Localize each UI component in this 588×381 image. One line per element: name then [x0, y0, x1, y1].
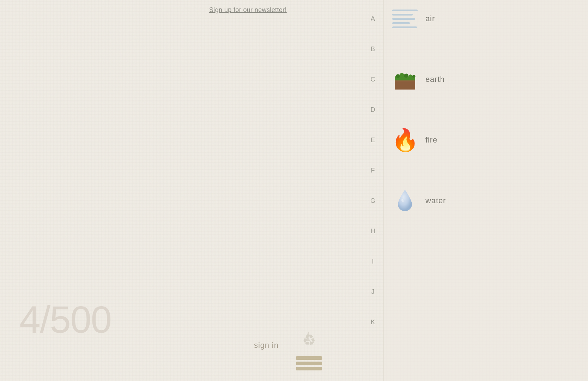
element-row-empty-k: [391, 307, 588, 337]
element-row-empty-j: [391, 277, 588, 307]
element-row-empty-f: [391, 155, 588, 186]
svg-rect-8: [395, 80, 415, 81]
air-icon: [391, 5, 419, 33]
element-row-empty-i: [391, 246, 588, 277]
element-row-empty-d: [391, 95, 588, 125]
air-label: air: [425, 14, 435, 23]
air-line-3: [392, 18, 415, 20]
svg-point-7: [412, 75, 416, 78]
svg-point-5: [404, 73, 408, 78]
fire-icon: 🔥: [391, 126, 419, 154]
element-row-air[interactable]: air: [391, 4, 588, 34]
alpha-I[interactable]: I: [362, 246, 383, 277]
water-label: water: [425, 196, 446, 205]
air-line-4: [392, 22, 410, 24]
sidebar: A B C D E F G H I J K air: [362, 0, 588, 381]
svg-point-3: [396, 74, 400, 78]
alpha-A[interactable]: A: [362, 4, 383, 34]
recycle-icon[interactable]: ♻: [296, 328, 322, 355]
svg-point-4: [399, 73, 404, 78]
fire-label: fire: [425, 135, 437, 145]
svg-text:♻: ♻: [302, 332, 316, 349]
alpha-F[interactable]: F: [362, 155, 383, 186]
menu-bar-3: [296, 367, 322, 370]
post-counter: 4/500: [19, 301, 111, 339]
element-row-empty-h: [391, 216, 588, 246]
earth-icon: [391, 65, 419, 93]
earth-label: earth: [425, 75, 445, 84]
alpha-B[interactable]: B: [362, 34, 383, 64]
element-row-empty-b: [391, 34, 588, 64]
elements-column: air earth 🔥: [383, 0, 588, 381]
menu-bar-2: [296, 362, 322, 365]
water-icon: [391, 187, 419, 215]
sign-in-label: sign in: [254, 341, 279, 350]
newsletter-link[interactable]: Sign up for our newsletter!: [209, 6, 287, 14]
air-line-5: [392, 26, 417, 28]
alpha-C[interactable]: C: [362, 64, 383, 95]
alpha-D[interactable]: D: [362, 95, 383, 125]
alpha-G[interactable]: G: [362, 186, 383, 216]
air-line-1: [392, 10, 418, 11]
alpha-H[interactable]: H: [362, 216, 383, 246]
svg-point-6: [409, 74, 412, 78]
bottom-right-controls: ♻: [296, 328, 322, 370]
element-row-water[interactable]: water: [391, 186, 588, 216]
alphabet-column: A B C D E F G H I J K: [362, 0, 383, 381]
menu-bar-1: [296, 356, 322, 360]
hamburger-menu[interactable]: [296, 356, 322, 370]
alpha-E[interactable]: E: [362, 125, 383, 155]
element-row-earth[interactable]: earth: [391, 64, 588, 95]
air-line-2: [392, 14, 413, 16]
element-row-fire[interactable]: 🔥 fire: [391, 125, 588, 155]
alpha-K[interactable]: K: [362, 307, 383, 337]
alpha-J[interactable]: J: [362, 277, 383, 307]
